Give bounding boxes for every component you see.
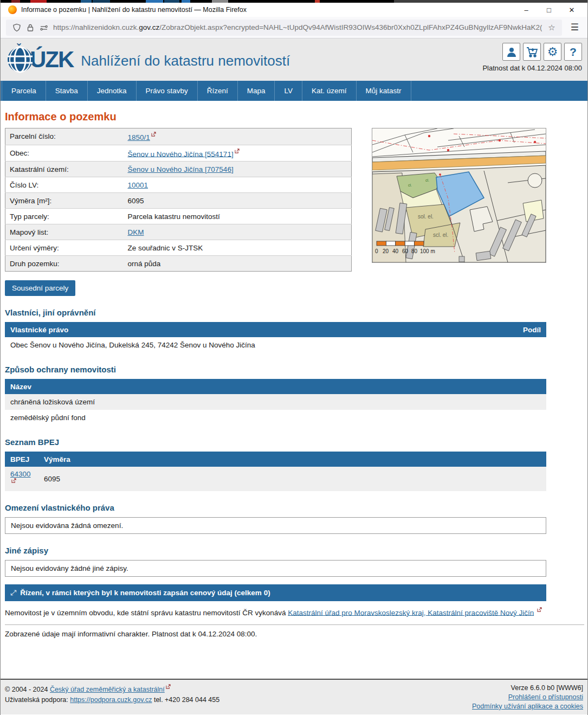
external-link-icon [151, 132, 156, 137]
tab-rizeni[interactable]: Řízení [198, 81, 238, 101]
cuzk-logo[interactable]: ˇ ÚZK [6, 46, 73, 74]
table-row: Obec Šenov u Nového Jičína, Dukelská 245… [5, 337, 546, 353]
site-header: ˇ ÚZK Nahlížení do katastru nemovitostí … [1, 38, 587, 81]
owners-table-header: Vlastnické právo Podíl [5, 322, 546, 337]
divider [5, 624, 584, 625]
tab-stavba[interactable]: Stavba [46, 81, 88, 101]
copyright-line: © 2004 - 2024 Český úřad zeměměřický a k… [5, 684, 219, 693]
protection-table-header: Název [5, 379, 546, 394]
main-content: Informace o pozemku Parcelní číslo: 1850… [5, 101, 546, 679]
col-bpej: BPEJ [5, 452, 38, 467]
data-validity-text: Platnost dat k 04.12.2024 08:00 [482, 64, 582, 72]
lv-number-link[interactable]: 10001 [128, 181, 148, 189]
bpej-table-header: BPEJ Výměra [5, 452, 546, 467]
owners-heading: Vlastníci, jiní oprávnění [5, 308, 546, 317]
main-navigation: Parcela Stavba Jednotka Právo stavby Říz… [1, 81, 587, 101]
user-account-button[interactable] [502, 43, 520, 61]
globe-icon: ˇ [6, 46, 34, 74]
tab-lv[interactable]: LV [275, 81, 302, 101]
row-label: Druh pozemku: [5, 256, 124, 272]
restrictions-heading: Omezení vlastnického práva [5, 503, 546, 512]
owner-name: Obec Šenov u Nového Jičína, Dukelská 245… [5, 337, 546, 353]
cart-button[interactable] [523, 43, 541, 61]
municipality-link[interactable]: Šenov u Nového Jičína [554171] [128, 150, 234, 158]
bookmark-star-icon[interactable]: ☆ [548, 23, 555, 33]
permissions-icon[interactable] [40, 23, 48, 32]
close-button[interactable]: ✕ [560, 3, 583, 16]
bpej-heading: Seznam BPEJ [5, 437, 546, 447]
table-row: Číslo LV: 10001 [5, 177, 352, 193]
window-title: Informace o pozemku | Nahlížení do katas… [21, 6, 247, 14]
neighboring-parcels-button[interactable]: Sousední parcely [5, 280, 75, 296]
menu-icon[interactable]: ☰ [567, 22, 582, 33]
owners-table-body: Obec Šenov u Nového Jičína, Dukelská 245… [5, 337, 546, 353]
gear-icon: ⚙ [547, 46, 558, 58]
expand-icon: ⤢ [10, 588, 16, 597]
copyright-text: © 2004 - 2024 [5, 686, 50, 693]
person-icon [506, 47, 517, 57]
table-row: Katastrální území: Šenov u Nového Jičína… [5, 162, 352, 177]
row-label: Výměra [m²]: [5, 193, 124, 209]
cart-icon [526, 47, 538, 57]
external-link-icon [235, 149, 240, 153]
question-icon: ? [570, 46, 577, 59]
cadastral-office-link[interactable]: Katastrální úřad pro Moravskoslezský kra… [288, 608, 534, 616]
svg-text:80: 80 [411, 248, 418, 254]
svg-text:sol. el.: sol. el. [418, 214, 434, 220]
table-row: 64300 6095 [5, 467, 546, 491]
external-link-icon [537, 607, 542, 612]
col-area: Výměra [38, 452, 546, 467]
parcel-number-link[interactable]: 1850/1 [128, 133, 150, 141]
cadastral-map-preview[interactable]: cl. cl. sol. el. scl. el. [372, 128, 546, 263]
url-field[interactable]: https://nahlizenidokn.cuzk.gov.cz/Zobraz… [6, 20, 562, 36]
caron-mark: ˇ [17, 42, 21, 56]
tab-muj-katastr[interactable]: Můj katastr [357, 81, 411, 101]
minimize-button[interactable]: – [515, 3, 538, 16]
bpej-code-link[interactable]: 64300 [10, 470, 31, 478]
cuzk-footer-link[interactable]: Český úřad zeměměřický a katastrální [50, 686, 165, 693]
bpej-table: BPEJ Výměra [5, 452, 546, 467]
support-phone: tel. +420 284 044 455 [152, 696, 219, 704]
firefox-logo-icon [8, 5, 17, 14]
map-sheet-link[interactable]: DKM [128, 228, 144, 236]
svg-text:60: 60 [402, 248, 409, 254]
accessibility-link[interactable]: Prohlášení o přístupnosti [508, 693, 583, 701]
row-label: Číslo LV: [5, 177, 124, 193]
terms-link[interactable]: Podmínky užívání aplikace a cookies [472, 703, 583, 710]
tab-kat-uzemi[interactable]: Kat. území [302, 81, 357, 101]
table-row: zemědělský půdní fond [5, 410, 546, 426]
browser-addressbar: https://nahlizenidokn.cuzk.gov.cz/Zobraz… [1, 17, 587, 38]
bpej-table-body: 64300 6095 [5, 467, 546, 491]
tab-mapa[interactable]: Mapa [238, 81, 275, 101]
tab-parcela[interactable]: Parcela [2, 81, 46, 101]
tab-pravo-stavby[interactable]: Právo stavby [137, 81, 198, 101]
svg-text:cl.: cl. [425, 178, 429, 182]
url-text[interactable]: https://nahlizenidokn.cuzk.gov.cz/Zobraz… [53, 23, 542, 31]
proceedings-expand-bar[interactable]: ⤢ Řízení, v rámci kterých byl k nemovito… [5, 584, 546, 601]
row-label: Katastrální území: [5, 162, 124, 177]
table-row: Typ parcely: Parcela katastru nemovitost… [5, 209, 352, 224]
col-name: Název [5, 379, 546, 394]
other-records-box: Nejsou evidovány žádné jiné zápisy. [5, 560, 546, 577]
tab-jednotka[interactable]: Jednotka [88, 81, 137, 101]
svg-text:40: 40 [392, 248, 399, 254]
app-title: Nahlížení do katastru nemovitostí [81, 53, 290, 69]
page-footer: © 2004 - 2024 Český úřad zeměměřický a k… [1, 679, 587, 714]
restrictions-box: Nejsou evidována žádná omezení. [5, 517, 546, 534]
support-link[interactable]: https://podpora.cuzk.gov.cz [70, 696, 152, 704]
svg-text:cl.: cl. [408, 183, 412, 187]
cadastral-area-link[interactable]: Šenov u Nového Jičína [707546] [128, 165, 234, 173]
row-label: Obec: [5, 145, 124, 162]
help-button[interactable]: ? [564, 43, 582, 61]
table-row: chráněná ložisková území [5, 394, 546, 410]
map-round-feature [528, 173, 542, 188]
table-row: Druh pozemku: orná půda [5, 256, 352, 272]
lock-icon[interactable] [26, 23, 35, 32]
col-share: Podíl [387, 322, 546, 337]
settings-button[interactable]: ⚙ [544, 43, 561, 61]
maximize-button[interactable]: □ [538, 3, 560, 16]
row-label: Určení výměry: [5, 240, 124, 256]
shield-icon[interactable] [12, 23, 21, 32]
svg-text:20: 20 [383, 248, 389, 254]
version-text: Verze 6.6.0 b0 [WWW6] [472, 684, 583, 692]
